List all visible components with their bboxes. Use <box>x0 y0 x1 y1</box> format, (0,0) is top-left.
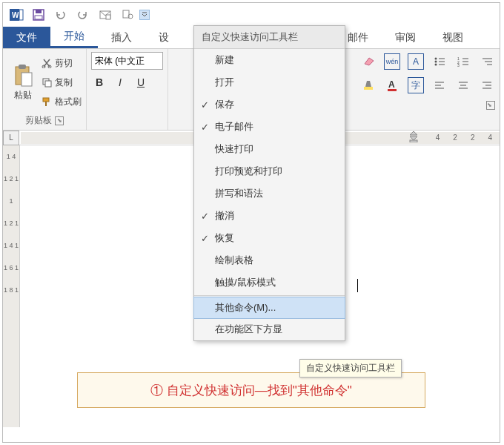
customize-qat-caret[interactable] <box>139 10 150 20</box>
svg-rect-17 <box>43 98 49 102</box>
tooltip: 自定义快速访问工具栏 <box>299 359 402 378</box>
align-right-icon[interactable] <box>479 77 495 93</box>
svg-rect-7 <box>106 15 110 19</box>
dropdown-item[interactable]: ✓电子邮件 <box>194 116 345 138</box>
dropdown-item[interactable]: ✓恢复 <box>194 227 345 249</box>
touch-mode-qat-button[interactable] <box>117 4 138 25</box>
svg-text:W: W <box>12 11 19 19</box>
svg-rect-16 <box>45 81 51 87</box>
svg-text:A: A <box>388 79 395 90</box>
check-icon: ✓ <box>194 233 215 244</box>
tab-design[interactable]: 设 <box>145 27 182 48</box>
more-commands-item[interactable]: 其他命令(M)... <box>193 297 345 319</box>
text-cursor <box>357 279 358 292</box>
font-group: 宋体 (中文正 B I U <box>87 49 168 130</box>
svg-rect-33 <box>364 87 373 90</box>
svg-rect-5 <box>35 16 42 19</box>
char-border-icon[interactable]: 字 <box>408 77 424 93</box>
tab-review[interactable]: 审阅 <box>382 27 429 48</box>
dropdown-header: 自定义快速访问工具栏 <box>194 26 345 49</box>
copy-button[interactable]: 复制 <box>42 74 82 90</box>
tab-home[interactable]: 开始 <box>50 27 98 48</box>
multilevel-list-icon[interactable] <box>479 53 495 70</box>
indent-marker-icon[interactable] <box>409 131 418 142</box>
underline-button[interactable]: U <box>133 74 149 90</box>
italic-button[interactable]: I <box>112 74 128 90</box>
dropdown-item[interactable]: 触摸/鼠标模式 <box>194 271 345 294</box>
redo-qat-button[interactable] <box>73 4 93 25</box>
ruler-corner[interactable]: L <box>3 131 19 145</box>
tab-view[interactable]: 视图 <box>429 27 477 48</box>
svg-rect-2 <box>19 10 23 20</box>
check-icon: ✓ <box>194 211 215 222</box>
svg-rect-35 <box>388 89 397 91</box>
quick-access-toolbar: W <box>3 3 500 27</box>
bold-button[interactable]: B <box>91 74 107 90</box>
align-left-icon[interactable] <box>431 77 448 93</box>
show-below-ribbon-item[interactable]: 在功能区下方显 <box>194 318 345 340</box>
dropdown-item[interactable]: 打印预览和打印 <box>194 160 345 182</box>
clipboard-group: 粘贴 剪切 复制 格式刷 <box>3 49 87 130</box>
check-icon: ✓ <box>194 122 215 133</box>
paste-label: 粘贴 <box>14 89 32 102</box>
tab-insert[interactable]: 插入 <box>98 27 145 48</box>
svg-rect-12 <box>21 73 32 86</box>
clipboard-group-label: 剪贴板 <box>25 114 52 127</box>
customize-qat-dropdown: 自定义快速访问工具栏 新建打开✓保存✓电子邮件快速打印打印预览和打印拼写和语法✓… <box>193 25 345 341</box>
highlight-icon[interactable] <box>360 77 377 93</box>
email-qat-button[interactable] <box>95 4 116 25</box>
char-a-box-icon[interactable]: A <box>408 53 424 70</box>
svg-point-20 <box>435 61 437 63</box>
font-family-combo[interactable]: 宋体 (中文正 <box>91 52 163 70</box>
instruction-callout: ① 自定义快速访问—找到"其他命令" <box>77 372 425 408</box>
eraser-icon[interactable] <box>360 53 377 70</box>
ribbon-right-controls: wén A 123 A 字 ⬊ <box>360 53 495 110</box>
font-launcher-icon[interactable]: ⬊ <box>486 101 495 110</box>
paste-button[interactable]: 粘贴 <box>7 52 39 113</box>
numbering-icon[interactable]: 123 <box>455 53 471 70</box>
bullets-icon[interactable] <box>431 53 448 70</box>
align-center-icon[interactable] <box>455 77 471 93</box>
cut-button[interactable]: 剪切 <box>42 55 82 71</box>
font-color-icon[interactable]: A <box>384 77 400 93</box>
tab-file[interactable]: 文件 <box>3 27 50 48</box>
format-painter-button[interactable]: 格式刷 <box>42 93 82 110</box>
svg-rect-4 <box>36 10 42 13</box>
phonetic-guide-icon[interactable]: wén <box>384 53 400 70</box>
dropdown-item[interactable]: 拼写和语法 <box>194 182 345 205</box>
save-qat-button[interactable] <box>28 4 49 25</box>
dropdown-item[interactable]: 新建 <box>194 49 345 71</box>
word-app-icon: W <box>6 4 27 25</box>
check-icon: ✓ <box>194 99 215 111</box>
svg-point-22 <box>435 64 437 66</box>
svg-rect-11 <box>19 65 26 69</box>
dropdown-item[interactable]: 打开 <box>194 71 345 93</box>
vertical-ruler[interactable]: 1 4 1 2 1 1 1 2 1 1 4 1 1 6 1 1 8 1 <box>3 145 19 427</box>
clipboard-launcher-icon[interactable]: ⬊ <box>55 116 64 125</box>
svg-point-18 <box>435 58 437 60</box>
dropdown-item[interactable]: 快速打印 <box>194 138 345 160</box>
svg-text:3: 3 <box>457 63 460 67</box>
dropdown-item[interactable]: 绘制表格 <box>194 249 345 271</box>
dropdown-item[interactable]: ✓保存 <box>194 93 345 116</box>
dropdown-item[interactable]: ✓撤消 <box>194 205 345 227</box>
svg-rect-45 <box>410 140 417 142</box>
undo-qat-button[interactable] <box>50 4 71 25</box>
